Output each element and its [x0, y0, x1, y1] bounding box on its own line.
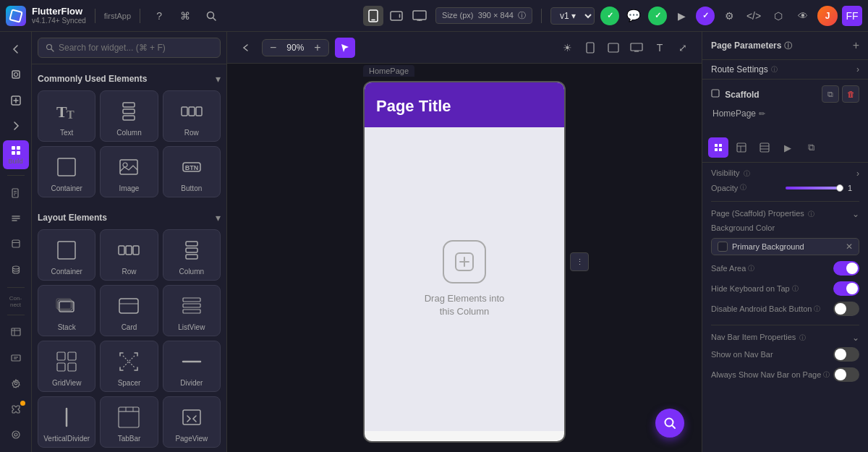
- phone-body[interactable]: Drag Elements into this Column: [365, 127, 564, 431]
- search-fab[interactable]: [655, 409, 684, 438]
- rail-wireframe-btn[interactable]: [4, 63, 28, 85]
- layout-column[interactable]: Column: [163, 229, 221, 281]
- canvas-back-btn[interactable]: [236, 38, 256, 58]
- copy-tab[interactable]: ⧉: [801, 137, 821, 158]
- hide-keyboard-row: Hide Keyboard on Tap ⓘ: [711, 281, 859, 296]
- properties-tab[interactable]: [708, 137, 728, 158]
- layout-tab[interactable]: [731, 137, 752, 158]
- layout-vertical-divider[interactable]: VerticalDivider: [38, 396, 95, 448]
- layout-gridview[interactable]: GridView: [38, 341, 95, 392]
- rail-extensions-btn[interactable]: [4, 398, 28, 420]
- preview-button[interactable]: 👁: [793, 6, 813, 26]
- desktop-device-btn[interactable]: [409, 6, 430, 26]
- rail-list-btn[interactable]: [4, 207, 28, 229]
- widget-text[interactable]: T T Text: [38, 90, 95, 142]
- layout-divider-icon: [179, 349, 205, 375]
- canvas-select-btn[interactable]: [335, 38, 355, 58]
- scaffold-props-header[interactable]: Page (Scaffold) Properties ⓘ ⌄: [711, 209, 859, 219]
- layout-pageview[interactable]: PageView: [163, 396, 221, 448]
- help-button[interactable]: ?: [149, 6, 169, 26]
- canvas-text-style-btn[interactable]: T: [650, 38, 670, 58]
- svg-rect-92: [715, 148, 718, 151]
- svg-rect-69: [57, 363, 65, 371]
- layout-container[interactable]: Container: [38, 229, 95, 281]
- mobile-device-btn[interactable]: [363, 6, 383, 26]
- rail-api-btn[interactable]: [4, 346, 28, 369]
- visibility-chevron: ›: [856, 169, 859, 179]
- route-settings-row[interactable]: Route Settings ⓘ ›: [702, 60, 868, 79]
- rail-back-btn[interactable]: [4, 38, 28, 60]
- color-tag[interactable]: Primary Background ✕: [711, 238, 859, 255]
- widget-column[interactable]: Column: [100, 90, 158, 142]
- rail-pages-btn[interactable]: [4, 182, 28, 204]
- rail-table-btn[interactable]: [4, 321, 28, 344]
- widget-image[interactable]: Image: [100, 146, 158, 197]
- widget-row[interactable]: Row: [163, 90, 221, 142]
- commonly-used-header[interactable]: Commonly Used Elements ▾: [38, 70, 221, 90]
- overflow-btn[interactable]: ⋮: [570, 252, 589, 271]
- rail-arrow-btn[interactable]: [4, 114, 28, 137]
- rail-nav-btn[interactable]: [4, 233, 28, 255]
- code-view-button[interactable]: </>: [744, 6, 764, 26]
- open-button[interactable]: ⬡: [768, 6, 788, 26]
- grid-tab[interactable]: [754, 137, 775, 158]
- hide-keyboard-toggle[interactable]: [833, 281, 859, 296]
- rail-build-btn[interactable]: Build: [3, 140, 29, 169]
- navbar-header[interactable]: Nav Bar Item Properties ⓘ ⌄: [711, 333, 859, 343]
- widget-container[interactable]: Container: [38, 146, 95, 197]
- layout-spacer[interactable]: Spacer: [100, 341, 158, 392]
- run-button[interactable]: ▶: [671, 6, 692, 26]
- canvas-desktop-btn[interactable]: [626, 38, 647, 58]
- opacity-slider[interactable]: [786, 187, 843, 189]
- play-tab[interactable]: ▶: [778, 137, 798, 158]
- canvas-mobile-btn[interactable]: [580, 38, 600, 58]
- layout-elements-header[interactable]: Layout Elements ▾: [38, 209, 221, 229]
- layout-elements-title: Layout Elements: [38, 213, 107, 223]
- visibility-header[interactable]: Visibility ⓘ ›: [711, 169, 859, 179]
- canvas-theme-btn[interactable]: ☀: [557, 38, 577, 58]
- zoom-in-btn[interactable]: +: [311, 41, 323, 54]
- search-box: [38, 38, 221, 58]
- rail-data-btn[interactable]: [4, 258, 28, 281]
- widget-button[interactable]: BTN Button: [163, 146, 221, 197]
- layout-card-label: Card: [122, 323, 137, 331]
- rail-gear-btn[interactable]: [4, 424, 28, 446]
- copy-scaffold-btn[interactable]: ⧉: [822, 85, 839, 103]
- safe-area-toggle[interactable]: [833, 261, 859, 276]
- layout-tabbar[interactable]: TabBar: [100, 396, 158, 448]
- canvas-viewport: HomePage Page Title: [227, 64, 702, 452]
- tablet-device-btn[interactable]: [386, 6, 407, 26]
- layout-container-icon: [54, 237, 80, 263]
- add-param-btn[interactable]: +: [853, 39, 859, 52]
- version-select[interactable]: v1 ▾: [550, 7, 595, 25]
- svg-rect-4: [391, 12, 402, 20]
- command-button[interactable]: ⌘: [175, 6, 195, 26]
- canvas-tablet-btn[interactable]: [603, 38, 624, 58]
- layout-divider[interactable]: Divider: [163, 341, 221, 392]
- layout-row[interactable]: Row: [100, 229, 158, 281]
- canvas-expand-btn[interactable]: ⤢: [673, 38, 693, 58]
- ff-button[interactable]: FF: [842, 6, 862, 26]
- zoom-out-btn[interactable]: −: [267, 41, 279, 54]
- layout-stack[interactable]: Stack: [38, 285, 95, 336]
- svg-point-27: [12, 266, 19, 269]
- disable-back-toggle[interactable]: [833, 302, 859, 316]
- always-show-nav-toggle[interactable]: [833, 367, 859, 382]
- settings-button[interactable]: ⚙: [719, 6, 739, 26]
- separator: [541, 9, 542, 23]
- rail-add-btn[interactable]: [4, 89, 28, 111]
- layout-listview[interactable]: ListView: [163, 285, 221, 336]
- phone-frame: Page Title Drag Elements into: [363, 81, 566, 443]
- rail-settings-btn[interactable]: [4, 372, 28, 395]
- layout-card[interactable]: Card: [100, 285, 158, 336]
- svg-point-10: [14, 73, 17, 77]
- show-nav-toggle[interactable]: [833, 347, 859, 362]
- color-remove-btn[interactable]: ✕: [846, 242, 853, 252]
- search-button[interactable]: [201, 6, 221, 26]
- search-input[interactable]: [59, 43, 213, 53]
- right-panel-content: Visibility ⓘ › Opacity ⓘ: [702, 163, 868, 452]
- visibility-section: Visibility ⓘ › Opacity ⓘ: [711, 169, 859, 192]
- comments-button[interactable]: 💬: [624, 6, 644, 26]
- delete-scaffold-btn[interactable]: 🗑: [842, 85, 859, 103]
- edit-page-name-btn[interactable]: ✏: [759, 109, 765, 119]
